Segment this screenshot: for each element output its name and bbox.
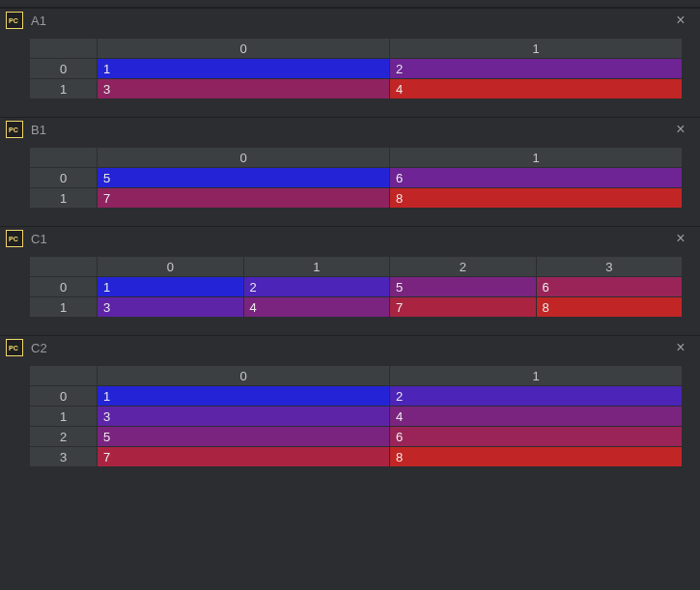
pycharm-icon: PC — [6, 230, 23, 247]
data-cell[interactable]: 6 — [390, 427, 683, 447]
panel-header: PCC1× — [0, 227, 700, 250]
pycharm-icon: PC — [6, 12, 23, 29]
table-corner — [30, 39, 98, 59]
table-row: 134 — [30, 79, 683, 99]
col-header[interactable]: 1 — [390, 366, 683, 386]
data-cell[interactable]: 3 — [98, 297, 244, 318]
row-header[interactable]: 1 — [30, 297, 98, 318]
data-cell[interactable]: 1 — [98, 59, 390, 79]
col-header[interactable]: 1 — [390, 39, 683, 59]
table-wrap: 01230125613478 — [0, 250, 700, 335]
data-cell[interactable]: 1 — [98, 386, 390, 407]
pycharm-icon: PC — [6, 339, 23, 356]
table-wrap: 01056178 — [0, 141, 700, 226]
table-row: 056 — [30, 168, 683, 188]
close-icon[interactable]: × — [671, 229, 690, 248]
data-cell[interactable]: 5 — [98, 427, 390, 447]
data-panel: PCC1×01230125613478 — [0, 226, 700, 335]
row-header[interactable]: 0 — [30, 386, 98, 407]
row-header[interactable]: 2 — [30, 427, 98, 447]
col-header[interactable]: 1 — [390, 148, 683, 168]
data-cell[interactable]: 4 — [390, 79, 683, 99]
panel-header: PCC2× — [0, 336, 700, 359]
data-table: 01056178 — [29, 147, 683, 209]
table-row: 378 — [30, 447, 683, 467]
data-cell[interactable]: 8 — [390, 447, 683, 467]
svg-text:PC: PC — [9, 345, 18, 351]
data-table: 01012134256378 — [29, 365, 683, 467]
row-header[interactable]: 1 — [30, 407, 98, 427]
table-corner — [30, 257, 98, 277]
close-icon[interactable]: × — [671, 11, 690, 30]
data-cell[interactable]: 7 — [98, 447, 390, 467]
data-cell[interactable]: 5 — [98, 168, 390, 188]
col-header[interactable]: 0 — [98, 148, 390, 168]
app-top-strip — [0, 0, 700, 8]
data-cell[interactable]: 2 — [390, 59, 683, 79]
data-cell[interactable]: 5 — [390, 277, 537, 297]
data-cell[interactable]: 4 — [390, 407, 683, 427]
panel-title: C2 — [31, 341, 671, 355]
row-header[interactable]: 0 — [30, 168, 98, 188]
data-cell[interactable]: 8 — [390, 188, 683, 209]
data-cell[interactable]: 6 — [536, 277, 683, 297]
svg-text:PC: PC — [9, 236, 18, 242]
table-wrap: 01012134256378 — [0, 359, 700, 485]
row-header[interactable]: 3 — [30, 447, 98, 467]
table-row: 178 — [30, 188, 683, 209]
data-table: 01230125613478 — [29, 256, 683, 318]
data-cell[interactable]: 1 — [98, 277, 244, 297]
row-header[interactable]: 0 — [30, 59, 98, 79]
col-header[interactable]: 3 — [536, 257, 683, 277]
col-header[interactable]: 1 — [243, 257, 390, 277]
data-cell[interactable]: 6 — [390, 168, 683, 188]
table-row: 13478 — [30, 297, 683, 318]
row-header[interactable]: 0 — [30, 277, 98, 297]
data-panel: PCC2×01012134256378 — [0, 335, 700, 485]
close-icon[interactable]: × — [671, 338, 690, 357]
table-row: 256 — [30, 427, 683, 447]
data-cell[interactable]: 7 — [390, 297, 537, 318]
panel-title: A1 — [31, 14, 671, 28]
svg-text:PC: PC — [9, 126, 18, 133]
panel-header: PCA1× — [0, 9, 700, 32]
panel-title: C1 — [31, 232, 671, 246]
table-row: 01256 — [30, 277, 683, 297]
table-wrap: 01012134 — [0, 32, 700, 117]
col-header[interactable]: 0 — [98, 366, 390, 386]
table-corner — [30, 366, 98, 386]
table-corner — [30, 148, 98, 168]
data-cell[interactable]: 4 — [243, 297, 390, 318]
data-panel: PCB1×01056178 — [0, 117, 700, 226]
svg-text:PC: PC — [9, 17, 18, 24]
row-header[interactable]: 1 — [30, 79, 98, 99]
col-header[interactable]: 0 — [98, 39, 390, 59]
data-panel: PCA1×01012134 — [0, 8, 700, 117]
pycharm-icon: PC — [6, 121, 23, 138]
data-cell[interactable]: 3 — [98, 79, 390, 99]
table-row: 134 — [30, 407, 683, 427]
panel-title: B1 — [31, 123, 671, 137]
col-header[interactable]: 0 — [98, 257, 244, 277]
data-cell[interactable]: 7 — [98, 188, 390, 209]
data-cell[interactable]: 2 — [243, 277, 390, 297]
col-header[interactable]: 2 — [390, 257, 537, 277]
table-row: 012 — [30, 59, 683, 79]
close-icon[interactable]: × — [671, 120, 690, 139]
table-row: 012 — [30, 386, 683, 407]
data-cell[interactable]: 3 — [98, 407, 390, 427]
data-cell[interactable]: 8 — [536, 297, 683, 318]
row-header[interactable]: 1 — [30, 188, 98, 209]
panel-header: PCB1× — [0, 118, 700, 141]
data-table: 01012134 — [29, 38, 683, 99]
data-cell[interactable]: 2 — [390, 386, 683, 407]
